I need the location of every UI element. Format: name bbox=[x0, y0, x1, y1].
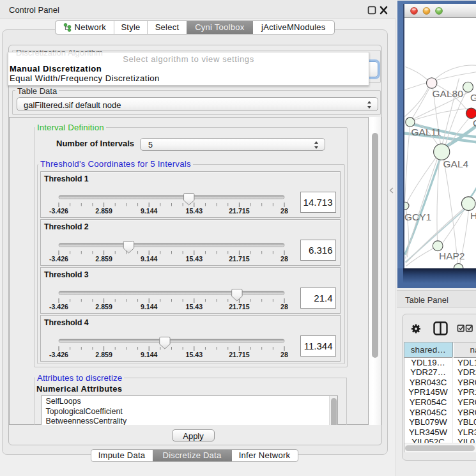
svg-text:-3.426: -3.426 bbox=[49, 255, 68, 263]
svg-text:2.859: 2.859 bbox=[95, 255, 112, 263]
svg-text:21.715: 21.715 bbox=[229, 303, 250, 311]
svg-text:28: 28 bbox=[280, 207, 288, 215]
svg-text:2.859: 2.859 bbox=[95, 207, 112, 215]
svg-text:GAL11: GAL11 bbox=[411, 127, 441, 137]
svg-text:21.715: 21.715 bbox=[229, 207, 250, 215]
svg-text:C: C bbox=[473, 118, 476, 128]
svg-text:H: H bbox=[470, 210, 476, 221]
svg-text:9.144: 9.144 bbox=[141, 351, 158, 358]
svg-text:9.144: 9.144 bbox=[141, 207, 158, 215]
svg-text:28: 28 bbox=[280, 303, 288, 311]
svg-text:15.43: 15.43 bbox=[186, 255, 203, 263]
svg-text:21.715: 21.715 bbox=[229, 351, 250, 358]
svg-text:15.43: 15.43 bbox=[186, 303, 203, 311]
svg-text:-3.426: -3.426 bbox=[49, 303, 68, 311]
svg-text:GAL80: GAL80 bbox=[432, 88, 463, 98]
svg-text:21.715: 21.715 bbox=[229, 255, 250, 263]
svg-text:2.859: 2.859 bbox=[95, 351, 112, 358]
svg-text:-3.426: -3.426 bbox=[49, 207, 68, 215]
svg-text:GA: GA bbox=[470, 91, 476, 102]
svg-text:15.43: 15.43 bbox=[186, 351, 203, 358]
svg-text:GAL4: GAL4 bbox=[443, 158, 468, 169]
svg-text:HAP2: HAP2 bbox=[439, 250, 465, 261]
svg-text:15.43: 15.43 bbox=[186, 207, 203, 215]
svg-text:9.144: 9.144 bbox=[141, 255, 158, 263]
svg-text:2.859: 2.859 bbox=[95, 303, 112, 311]
svg-text:GCY1: GCY1 bbox=[404, 211, 431, 222]
svg-text:9.144: 9.144 bbox=[141, 303, 158, 311]
svg-text:-3.426: -3.426 bbox=[49, 351, 68, 358]
svg-text:28: 28 bbox=[280, 351, 288, 358]
svg-text:28: 28 bbox=[280, 255, 288, 263]
